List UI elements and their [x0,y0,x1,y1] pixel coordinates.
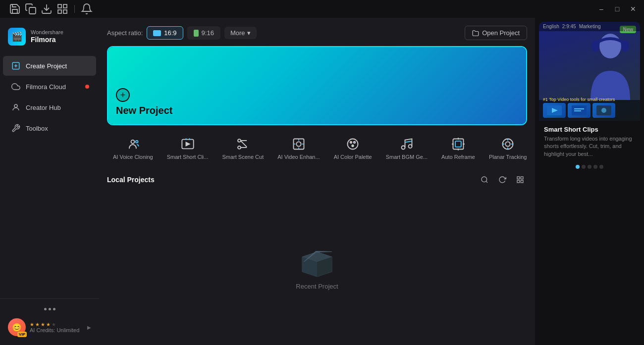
person-silhouette [586,31,635,100]
star-1: ★ [30,322,34,327]
svg-rect-0 [29,7,36,14]
svg-point-31 [505,142,510,146]
promo-title: Smart Short Clips [544,126,635,133]
close-button[interactable]: ✕ [626,2,640,16]
bell-icon[interactable] [80,2,94,16]
more-options-button[interactable] [4,304,95,314]
tool-smart-short-clips[interactable]: Smart Short Cli... [161,131,215,165]
empty-state: Recent Project [107,195,527,337]
promo-thumb-1 [543,103,566,118]
tool-smart-bgm-gen[interactable]: Smart BGM Ge... [380,131,433,165]
ai-video-enhance-icon [291,136,307,152]
svg-point-27 [408,145,412,148]
minimize-button[interactable]: – [594,2,608,16]
aspect-9-16-label: 9:16 [202,29,214,37]
empty-label: Recent Project [296,283,338,290]
promo-bar-item-1: English [543,24,559,29]
user-stars: ★ ★ ★ ★ ★ [30,322,83,327]
ai-color-palette-label: AI Color Palette [334,154,372,160]
svg-rect-49 [574,108,584,109]
svg-rect-4 [58,10,61,13]
tool-ai-voice-cloning[interactable]: AI Voice Cloning [107,131,159,165]
chevron-down-icon: ▾ [247,29,251,37]
svg-rect-3 [63,4,67,8]
new-project-card[interactable]: + New Project [107,46,527,125]
star-3: ★ [41,322,45,327]
grid-view-button[interactable] [513,173,527,187]
svg-rect-2 [58,4,61,8]
maximize-button[interactable]: □ [610,2,624,16]
tool-ai-video-enhance[interactable]: AI Video Enhan... [271,131,325,165]
create-project-label: Create Project [26,62,67,70]
right-panel: New English 2:9:45 Marketing [535,18,644,345]
main-content: Aspect ratio: 16:9 9:16 More ▾ Open Proj… [99,18,535,345]
svg-point-9 [14,104,17,107]
new-project-plus-icon: + [116,88,130,102]
ai-color-palette-icon [345,136,361,152]
toolbox-label: Toolbox [26,125,48,132]
promo-bar: English 2:9:45 Marketing [539,22,640,31]
promo-desc: Transform long videos into engaging shor… [544,135,635,158]
promo-dot-3[interactable] [588,165,591,169]
ai-voice-cloning-label: AI Voice Cloning [113,154,153,160]
promo-thumb-3 [592,103,615,118]
smart-scene-cut-label: Smart Scene Cut [222,154,264,160]
open-project-button[interactable]: Open Project [465,26,527,40]
svg-rect-50 [574,110,581,111]
user-area[interactable]: 😊 VIP ★ ★ ★ ★ ★ AI Credits: Unlimited ▶ [4,314,95,340]
promo-dot-5[interactable] [599,165,603,169]
landscape-icon [153,30,161,36]
ai-video-enhance-label: AI Video Enhan... [277,154,320,160]
more-aspect-button[interactable]: More ▾ [224,27,257,39]
filmora-cloud-label: Filmora Cloud [26,83,66,91]
sidebar-item-toolbox[interactable]: Toolbox [3,118,96,138]
star-4: ★ [46,322,51,327]
search-button[interactable] [478,173,491,187]
svg-line-33 [486,181,487,183]
promo-info: Smart Short Clips Transform long videos … [539,121,640,161]
promo-dot-4[interactable] [593,165,597,169]
promo-thumb-2 [568,103,590,118]
sidebar-item-filmora-cloud[interactable]: Filmora Cloud [3,77,96,97]
aspect-16-9-button[interactable]: 16:9 [147,26,183,40]
copy-icon[interactable] [24,2,38,16]
promo-rank: #1 Top Video tools for small creators [543,97,615,102]
aspect-9-16-button[interactable]: 9:16 [187,26,220,40]
lp-actions [478,173,527,187]
planar-tracking-label: Planar Tracking [489,154,527,160]
download-icon[interactable] [40,2,54,16]
sidebar-item-creator-hub[interactable]: Creator Hub [3,98,96,117]
tool-planar-tracking[interactable]: Planar Tracking [483,131,527,165]
svg-rect-5 [63,10,67,13]
svg-point-16 [238,146,241,149]
grid-icon[interactable] [55,2,69,16]
more-label: More [230,29,245,37]
avatar: 😊 VIP [8,318,26,336]
svg-point-26 [401,146,405,149]
logo-area: 🎬 Wondershare Filmora [0,22,99,55]
empty-box-illustration [297,242,337,277]
refresh-button[interactable] [495,173,509,187]
svg-line-19 [241,141,247,147]
tool-smart-scene-cut[interactable]: Smart Scene Cut [216,131,269,165]
creator-hub-label: Creator Hub [26,104,61,111]
save-icon[interactable] [8,2,22,16]
promo-card[interactable]: New English 2:9:45 Marketing [539,22,640,173]
promo-image: New English 2:9:45 Marketing [539,22,640,121]
aspect-ratio-bar: Aspect ratio: 16:9 9:16 More ▾ Open Proj… [107,26,527,40]
svg-point-25 [352,145,354,147]
sidebar-item-create-project[interactable]: Create Project [3,56,96,76]
titlebar-divider [74,5,75,13]
sidebar: 🎬 Wondershare Filmora Create Project Fil… [0,18,99,345]
filmora-cloud-icon [11,82,21,92]
promo-dot-1[interactable] [576,165,580,169]
svg-rect-34 [517,177,520,179]
tool-ai-color-palette[interactable]: AI Color Palette [328,131,378,165]
portrait-icon [194,30,199,37]
svg-point-15 [238,139,241,142]
promo-dot-2[interactable] [582,165,586,169]
tool-auto-reframe[interactable]: Auto Reframe [435,131,481,165]
svg-rect-37 [521,180,523,183]
main-layout: 🎬 Wondershare Filmora Create Project Fil… [0,18,644,345]
auto-reframe-label: Auto Reframe [441,154,475,160]
